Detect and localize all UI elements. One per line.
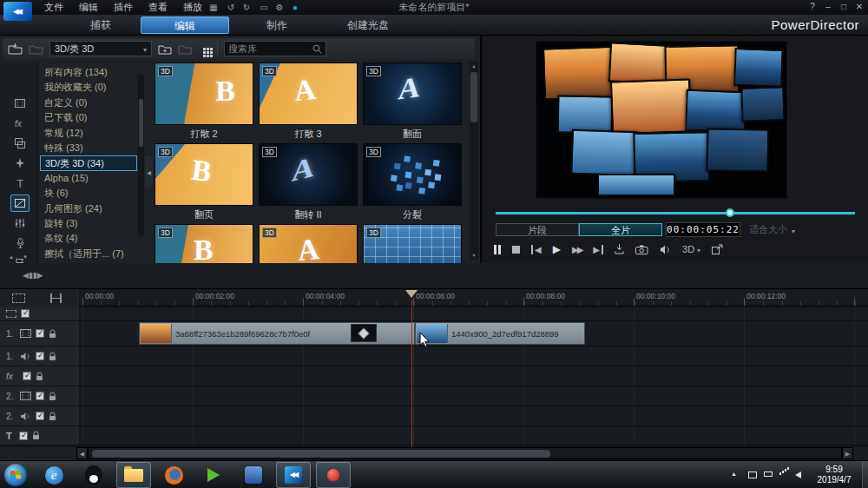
transition-thumbnail[interactable]: 3D 分裂 <box>363 143 462 221</box>
category-rotate[interactable]: 旋转 (3) <box>40 216 137 231</box>
show-desktop-button[interactable] <box>862 461 868 488</box>
category-favorites[interactable]: 我的收藏夹 (0) <box>40 80 137 95</box>
voiceover-room-icon[interactable] <box>10 234 30 252</box>
select-track-icon[interactable] <box>6 310 16 318</box>
video-preview[interactable] <box>536 41 787 199</box>
taskbar-clock[interactable]: 9:59 2019/4/7 <box>809 465 859 485</box>
scroll-left-arrow[interactable] <box>76 447 88 459</box>
rooms-scroll-up[interactable] <box>5 253 17 260</box>
effect-room-icon[interactable]: fx <box>10 115 30 132</box>
library-menu-icon[interactable] <box>178 43 192 55</box>
transition-thumbnail[interactable]: 3DB 打散 2 <box>155 63 253 141</box>
track-lane[interactable] <box>78 426 868 445</box>
taskbar-ie-icon[interactable]: e <box>36 462 71 488</box>
cyberlink-cloud-icon[interactable] <box>288 1 302 14</box>
title-room-icon[interactable]: T <box>10 175 30 192</box>
track-enable-checkbox[interactable] <box>36 412 44 420</box>
minimize-button[interactable]: – <box>821 0 835 14</box>
track-lane[interactable] <box>78 307 868 320</box>
transition-thumbnail[interactable]: 3D <box>363 224 462 263</box>
track-lane[interactable]: 3a68ff27363e1b289f69628c7b7f0e0f 1440x90… <box>78 321 868 346</box>
range-select-icon[interactable] <box>12 293 25 303</box>
track-lock-icon[interactable] <box>36 372 43 381</box>
track-enable-checkbox[interactable] <box>36 392 44 400</box>
category-wipe[interactable]: 擦拭（适用于... (7) <box>40 247 137 261</box>
undo-icon[interactable] <box>224 1 238 14</box>
track-lock-icon[interactable] <box>32 431 40 440</box>
new-folder-icon[interactable] <box>158 43 172 55</box>
track-enable-checkbox[interactable] <box>36 329 44 338</box>
track-lock-icon[interactable] <box>49 392 56 401</box>
display-icon[interactable] <box>257 1 271 14</box>
fast-forward-button[interactable] <box>572 245 582 254</box>
category-3d[interactable]: 3D/类 3D (34) <box>40 155 137 170</box>
category-scrollbar-thumb[interactable] <box>139 99 143 147</box>
settings-gear-icon[interactable] <box>273 1 286 14</box>
track-enable-checkbox[interactable] <box>23 372 31 380</box>
category-custom[interactable]: 自定义 (0) <box>40 96 137 110</box>
taskbar-explorer-icon[interactable] <box>116 462 151 488</box>
tray-battery-icon[interactable] <box>764 472 773 477</box>
stop-button[interactable] <box>512 246 520 254</box>
snapshot-camera-icon[interactable] <box>635 245 648 254</box>
overlay-room-icon[interactable] <box>10 135 30 152</box>
preview-seekbar[interactable] <box>496 212 855 214</box>
track-enable-checkbox[interactable] <box>36 352 44 360</box>
taskbar-firefox-icon[interactable] <box>156 462 191 488</box>
menu-play[interactable]: 播放 <box>175 0 210 15</box>
tray-volume-icon[interactable] <box>795 472 801 478</box>
detach-window-icon[interactable] <box>712 244 723 254</box>
transition-thumbnail[interactable]: 3DA <box>259 224 358 263</box>
play-button[interactable] <box>553 243 561 255</box>
volume-icon[interactable] <box>660 245 671 254</box>
transition-badge[interactable] <box>351 324 377 342</box>
transition-thumbnail[interactable]: 3DB 翻页 <box>155 143 253 221</box>
redo-icon[interactable] <box>240 1 253 14</box>
tray-display-icon[interactable] <box>748 472 757 478</box>
movie-mode-button[interactable]: 全片 <box>579 223 662 236</box>
category-alpha[interactable]: Alpha (15) <box>40 171 137 186</box>
category-collapse-handle[interactable] <box>145 156 153 188</box>
category-scrollbar[interactable] <box>138 75 144 235</box>
pause-button[interactable] <box>494 245 501 254</box>
tray-expand-arrow[interactable] <box>731 471 737 477</box>
track-lock-icon[interactable] <box>49 412 56 421</box>
scroll-down-arrow[interactable] <box>470 251 478 260</box>
download-content-icon[interactable] <box>29 43 43 55</box>
transition-room-icon[interactable] <box>10 195 30 212</box>
track-enable-checkbox[interactable] <box>19 432 28 440</box>
category-geometry[interactable]: 几何图形 (24) <box>40 201 137 216</box>
timeline-clip[interactable]: 1440x900_2d7edf917d28899 <box>415 322 585 345</box>
menu-plugins[interactable]: 插件 <box>106 0 141 15</box>
taskbar-app-icon[interactable] <box>236 462 271 488</box>
playhead-marker[interactable] <box>405 290 418 298</box>
search-icon[interactable] <box>312 44 322 54</box>
tray-network-icon[interactable] <box>779 472 781 475</box>
menu-view[interactable]: 查看 <box>141 0 175 15</box>
transition-thumbnail[interactable]: 3DA 翻转 II <box>259 143 358 221</box>
category-downloaded[interactable]: 已下载 (0) <box>40 110 137 125</box>
help-button[interactable]: ? <box>806 0 819 14</box>
track-enable-checkbox[interactable] <box>21 309 30 318</box>
category-all-content[interactable]: 所有内容 (134) <box>40 65 137 80</box>
category-block[interactable]: 块 (6) <box>40 186 137 201</box>
track-lane[interactable] <box>78 406 868 425</box>
timeline-hscrollbar[interactable] <box>88 447 842 459</box>
rooms-scroll-down[interactable] <box>19 253 31 260</box>
scroll-right-arrow[interactable] <box>842 447 853 459</box>
capture-range-icon[interactable] <box>615 244 624 254</box>
scroll-up-arrow[interactable] <box>470 62 478 70</box>
track-lock-icon[interactable] <box>49 352 56 361</box>
category-stripes[interactable]: 条纹 (4) <box>40 231 137 246</box>
segment-mode-button[interactable]: 片段 <box>496 223 579 236</box>
tab-edit[interactable]: 编辑 <box>141 16 229 34</box>
close-button[interactable]: ✕ <box>852 0 866 14</box>
grid-view-icon[interactable] <box>203 48 206 50</box>
tab-create-disc[interactable]: 创建光盘 <box>325 16 411 34</box>
capture-screen-icon[interactable] <box>207 1 220 14</box>
category-special[interactable]: 特殊 (33) <box>40 141 137 155</box>
library-scrollbar[interactable] <box>470 62 478 260</box>
track-lane[interactable] <box>78 346 868 366</box>
track-lane[interactable] <box>78 366 868 386</box>
track-lock-icon[interactable] <box>49 329 56 339</box>
